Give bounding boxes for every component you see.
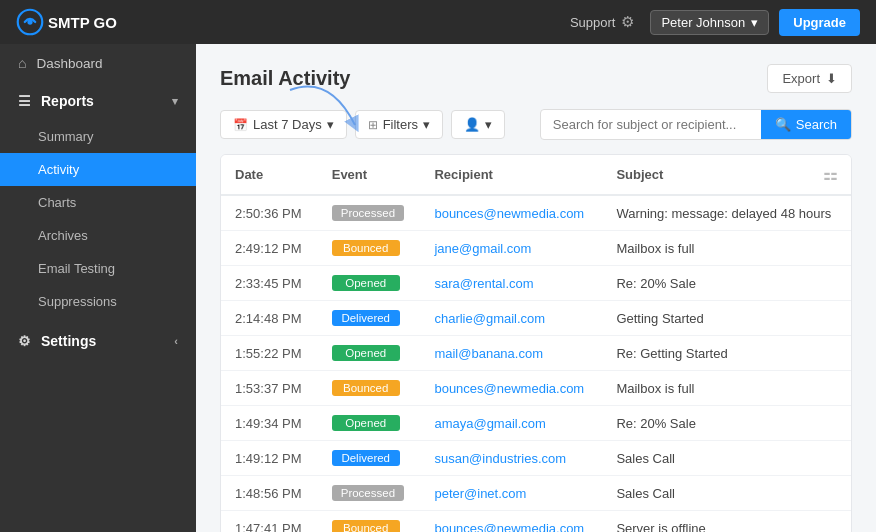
- cell-date: 2:14:48 PM: [221, 301, 318, 336]
- event-badge: Bounced: [332, 380, 400, 396]
- sidebar: ⌂ Dashboard ☰ Reports ▾ Summary Activity…: [0, 44, 196, 532]
- logo: SMTP GO: [16, 8, 117, 36]
- table-row[interactable]: 2:33:45 PM Opened sara@rental.com Re: 20…: [221, 266, 851, 301]
- search-icon: 🔍: [775, 117, 791, 132]
- cell-recipient[interactable]: amaya@gmail.com: [420, 406, 602, 441]
- chevron-icon: ▾: [172, 95, 178, 108]
- cell-recipient[interactable]: bounces@newmedia.com: [420, 195, 602, 231]
- cell-date: 1:53:37 PM: [221, 371, 318, 406]
- cell-date: 1:47:41 PM: [221, 511, 318, 533]
- table-row[interactable]: 2:49:12 PM Bounced jane@gmail.com Mailbo…: [221, 231, 851, 266]
- cell-subject: Sales Call: [602, 441, 851, 476]
- date-filter-button[interactable]: 📅 Last 7 Days ▾: [220, 110, 347, 139]
- settings-icon: ⚙: [18, 333, 31, 349]
- filters-chevron-icon: ▾: [423, 117, 430, 132]
- cell-recipient[interactable]: sara@rental.com: [420, 266, 602, 301]
- cell-recipient[interactable]: mail@banana.com: [420, 336, 602, 371]
- cell-event: Opened: [318, 266, 421, 301]
- cell-date: 2:50:36 PM: [221, 195, 318, 231]
- user-menu[interactable]: Peter Johnson ▾: [650, 10, 769, 35]
- cell-recipient[interactable]: susan@industries.com: [420, 441, 602, 476]
- event-badge: Delivered: [332, 450, 400, 466]
- sidebar-item-dashboard[interactable]: ⌂ Dashboard: [0, 44, 196, 82]
- filters-label: Filters: [383, 117, 418, 132]
- reports-icon: ☰: [18, 93, 31, 109]
- cell-event: Bounced: [318, 371, 421, 406]
- toolbar: 📅 Last 7 Days ▾ ⊞ Filters ▾ 👤 ▾ 🔍 Search: [220, 109, 852, 140]
- search-label: Search: [796, 117, 837, 132]
- filter-icon: ⊞: [368, 118, 378, 132]
- sidebar-item-activity[interactable]: Activity: [0, 153, 196, 186]
- settings-label: Settings: [41, 333, 96, 349]
- main-content: Email Activity Export ⬇: [196, 44, 876, 532]
- filters-button[interactable]: ⊞ Filters ▾: [355, 110, 443, 139]
- cell-event: Opened: [318, 336, 421, 371]
- table-row[interactable]: 2:50:36 PM Processed bounces@newmedia.co…: [221, 195, 851, 231]
- table-row[interactable]: 2:14:48 PM Delivered charlie@gmail.com G…: [221, 301, 851, 336]
- sidebar-item-settings[interactable]: ⚙ Settings ‹: [0, 322, 196, 360]
- event-badge: Bounced: [332, 240, 400, 256]
- svg-point-1: [27, 19, 32, 24]
- sidebar-item-charts[interactable]: Charts: [0, 186, 196, 219]
- sidebar-item-label: Dashboard: [36, 56, 102, 71]
- col-recipient: Recipient: [420, 155, 602, 195]
- search-input[interactable]: [541, 110, 761, 139]
- cell-recipient[interactable]: charlie@gmail.com: [420, 301, 602, 336]
- cell-subject: Getting Started: [602, 301, 851, 336]
- cell-subject: Warning: message: delayed 48 hours: [602, 195, 851, 231]
- sidebar-item-summary[interactable]: Summary: [0, 120, 196, 153]
- cell-event: Delivered: [318, 441, 421, 476]
- cell-date: 1:55:22 PM: [221, 336, 318, 371]
- event-badge: Processed: [332, 205, 404, 221]
- cell-date: 2:49:12 PM: [221, 231, 318, 266]
- support-link[interactable]: Support ⚙: [570, 13, 635, 31]
- event-badge: Processed: [332, 485, 404, 501]
- column-settings-icon[interactable]: ⚏: [823, 165, 837, 184]
- charts-label: Charts: [38, 195, 76, 210]
- cell-date: 1:49:12 PM: [221, 441, 318, 476]
- sidebar-item-email-testing[interactable]: Email Testing: [0, 252, 196, 285]
- table-row[interactable]: 1:55:22 PM Opened mail@banana.com Re: Ge…: [221, 336, 851, 371]
- table-header-row: Date Event Recipient Subject ⚏: [221, 155, 851, 195]
- cell-subject: Server is offline: [602, 511, 851, 533]
- app-layout: ⌂ Dashboard ☰ Reports ▾ Summary Activity…: [0, 44, 876, 532]
- date-filter-label: Last 7 Days: [253, 117, 322, 132]
- table-row[interactable]: 1:49:12 PM Delivered susan@industries.co…: [221, 441, 851, 476]
- cell-recipient[interactable]: peter@inet.com: [420, 476, 602, 511]
- event-badge: Bounced: [332, 520, 400, 532]
- col-date: Date: [221, 155, 318, 195]
- table-row[interactable]: 1:48:56 PM Processed peter@inet.com Sale…: [221, 476, 851, 511]
- user-label: Peter Johnson: [661, 15, 745, 30]
- cell-event: Bounced: [318, 231, 421, 266]
- page-header: Email Activity Export ⬇: [220, 64, 852, 93]
- table-row[interactable]: 1:47:41 PM Bounced bounces@newmedia.com …: [221, 511, 851, 533]
- summary-label: Summary: [38, 129, 94, 144]
- logo-icon: [16, 8, 44, 36]
- upgrade-button[interactable]: Upgrade: [779, 9, 860, 36]
- col-subject: Subject ⚏: [602, 155, 851, 195]
- event-badge: Opened: [332, 345, 400, 361]
- gear-icon: ⚙: [621, 13, 634, 31]
- table-row[interactable]: 1:53:37 PM Bounced bounces@newmedia.com …: [221, 371, 851, 406]
- cell-event: Opened: [318, 406, 421, 441]
- sidebar-item-reports[interactable]: ☰ Reports ▾: [0, 82, 196, 120]
- person-filter-button[interactable]: 👤 ▾: [451, 110, 505, 139]
- export-button[interactable]: Export ⬇: [767, 64, 852, 93]
- sidebar-item-archives[interactable]: Archives: [0, 219, 196, 252]
- table-row[interactable]: 1:49:34 PM Opened amaya@gmail.com Re: 20…: [221, 406, 851, 441]
- cell-recipient[interactable]: bounces@newmedia.com: [420, 511, 602, 533]
- home-icon: ⌂: [18, 55, 26, 71]
- cell-subject: Re: Getting Started: [602, 336, 851, 371]
- search-button[interactable]: 🔍 Search: [761, 110, 851, 139]
- sidebar-item-suppressions[interactable]: Suppressions: [0, 285, 196, 318]
- chevron-down-icon: ▾: [751, 15, 758, 30]
- settings-chevron-icon: ‹: [174, 335, 178, 347]
- logo-text: SMTP GO: [48, 14, 117, 31]
- event-badge: Delivered: [332, 310, 400, 326]
- cell-recipient[interactable]: bounces@newmedia.com: [420, 371, 602, 406]
- cell-event: Processed: [318, 195, 421, 231]
- cell-subject: Re: 20% Sale: [602, 406, 851, 441]
- cell-recipient[interactable]: jane@gmail.com: [420, 231, 602, 266]
- activity-label: Activity: [38, 162, 79, 177]
- cell-event: Bounced: [318, 511, 421, 533]
